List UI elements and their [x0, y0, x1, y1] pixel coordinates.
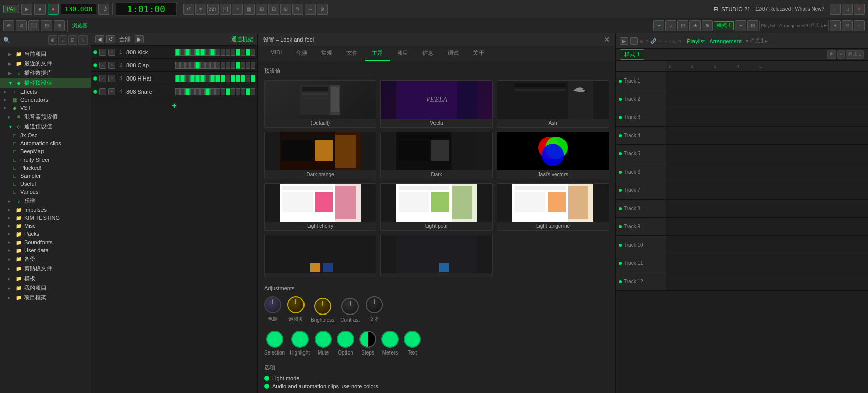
ch-undo-btn[interactable]: ↺ — [106, 35, 115, 43]
ch-pad-1-9[interactable] — [215, 49, 220, 56]
tool1[interactable]: ↺ — [183, 4, 194, 15]
color-circle-mute[interactable] — [315, 331, 332, 348]
ch-pad-2-5[interactable] — [195, 62, 200, 69]
pl-track-content-6[interactable] — [666, 163, 868, 181]
ch-name-2[interactable]: 808 Clap — [126, 62, 173, 68]
ch-plus-3[interactable]: + — [108, 75, 115, 82]
ch-pad-2-6[interactable] — [200, 62, 205, 69]
pl-track-content-5[interactable] — [666, 145, 868, 163]
rm-btn1[interactable]: ⊕ — [827, 50, 836, 59]
ch-pad-1-6[interactable] — [200, 49, 205, 56]
pl-track-name-9[interactable]: Track 9 — [616, 218, 666, 235]
sidebar-item-various[interactable]: □Various — [0, 188, 91, 196]
sidebar-item-impulses[interactable]: ▸📁Impulses — [0, 206, 91, 214]
ch-pad-3-16[interactable] — [251, 75, 255, 82]
sidebar-item-user-data[interactable]: ▸📁User data — [0, 246, 91, 254]
sidebar-item-templates[interactable]: ▸📁模板 — [0, 273, 91, 283]
ch-pad-2-3[interactable] — [185, 62, 190, 69]
tb2-r2[interactable]: ⊡ — [677, 20, 688, 31]
ch-pad-2-10[interactable] — [221, 62, 225, 69]
ch-pad-2-16[interactable] — [251, 62, 255, 69]
pl-track-content-1[interactable] — [666, 72, 868, 90]
tab-audio[interactable]: 音频 — [289, 46, 314, 61]
ch-pad-2-7[interactable] — [205, 62, 210, 69]
sidebar-item-generators[interactable]: ▸▦Generators — [0, 96, 91, 104]
ch-led-1[interactable] — [93, 50, 97, 54]
sidebar-item-mixer-presets[interactable]: ▸≡混音器预设值 — [0, 112, 91, 122]
tab-theme[interactable]: 主题 — [365, 46, 390, 61]
ch-name-4[interactable]: 808 Snare — [126, 89, 173, 95]
tab-info[interactable]: 信息 — [415, 46, 441, 61]
ch-pad-1-16[interactable] — [251, 49, 255, 56]
sidebar-item-misc[interactable]: ▸📁Misc — [0, 222, 91, 230]
tool4[interactable]: |+| — [220, 4, 231, 15]
tool6[interactable]: ▦ — [244, 4, 255, 15]
ch-pad-3-3[interactable] — [185, 75, 190, 82]
stop-btn[interactable]: ■ — [34, 4, 46, 15]
ch-pad-4-3[interactable] — [185, 88, 190, 95]
ch-pad-2-2[interactable] — [180, 62, 185, 69]
ch-pad-4-11[interactable] — [226, 88, 230, 95]
pl-track-content-12[interactable] — [666, 272, 868, 290]
tool11[interactable]: ↔ — [305, 4, 316, 15]
ch-name-3[interactable]: 808 HiHat — [126, 75, 173, 82]
ch-pad-3-2[interactable] — [180, 75, 185, 82]
knob-contrast-circle[interactable] — [341, 298, 359, 315]
pat-btn[interactable]: PAT — [3, 5, 19, 13]
pl-track-content-3[interactable] — [666, 108, 868, 126]
sb-icon4[interactable]: ☆ — [78, 35, 88, 45]
option-light-mode[interactable]: Light mode — [264, 375, 609, 381]
preset-light-tangerine[interactable]: Light tangerine — [497, 183, 609, 231]
pl-track-name-11[interactable]: Track 11 — [616, 254, 666, 272]
tb2-3[interactable]: ⬛ — [28, 20, 39, 31]
tb2-add[interactable]: + — [653, 20, 664, 31]
tb2-r3[interactable]: ★ — [689, 20, 701, 31]
sb-icon1[interactable]: ⊕ — [48, 35, 57, 45]
color-circle-steps[interactable] — [359, 331, 376, 348]
ch-pad-2-13[interactable] — [236, 62, 240, 69]
preset-light-pear[interactable]: Light pear — [380, 183, 493, 231]
ch-pad-4-16[interactable] — [251, 88, 255, 95]
preset-default[interactable]: (Default) — [264, 80, 376, 128]
color-circle-highlight[interactable] — [291, 331, 309, 348]
ch-pad-4-10[interactable] — [221, 88, 225, 95]
preset-dark-orange[interactable]: Dark orange — [264, 132, 376, 179]
pl-track-name-1[interactable]: Track 1 — [616, 72, 666, 90]
ch-pad-2-9[interactable] — [215, 62, 220, 69]
ch-minus-4[interactable]: - — [99, 88, 106, 95]
ch-pad-2-11[interactable] — [226, 62, 230, 69]
ch-pad-1-5[interactable] — [195, 49, 200, 56]
ch-pad-4-12[interactable] — [231, 88, 235, 95]
ch-pad-2-4[interactable] — [190, 62, 195, 69]
pl-track-content-4[interactable] — [666, 127, 868, 144]
play-btn[interactable]: ▶ — [21, 4, 32, 15]
ch-pad-3-1[interactable] — [175, 75, 180, 82]
tool8[interactable]: ⊟ — [268, 4, 279, 15]
sidebar-item-effects[interactable]: ▸↑Effects — [0, 88, 91, 96]
knob-text-circle[interactable] — [366, 296, 383, 313]
knob-saturation-circle[interactable] — [287, 296, 305, 313]
ch-pad-1-1[interactable] — [175, 49, 180, 56]
playlist-play-btn[interactable]: ▶ — [620, 37, 628, 45]
pl-track-name-12[interactable]: Track 12 — [616, 272, 666, 290]
record-btn[interactable]: ● — [48, 4, 59, 15]
maximize-btn[interactable]: □ — [842, 4, 853, 15]
ch-pad-2-8[interactable] — [210, 62, 215, 69]
ch-pad-2-12[interactable] — [231, 62, 235, 69]
ch-pad-1-14[interactable] — [241, 49, 245, 56]
ch-led-2[interactable] — [93, 63, 97, 67]
ch-pad-4-14[interactable] — [241, 88, 245, 95]
tab-project[interactable]: 项目 — [390, 46, 415, 61]
pl-track-name-5[interactable]: Track 5 — [616, 145, 666, 163]
tb2-5[interactable]: ⊞ — [54, 20, 65, 31]
pl-track-name-4[interactable]: Track 4 — [616, 127, 666, 144]
ch-pad-4-7[interactable] — [205, 88, 210, 95]
sidebar-item-auto-clips[interactable]: □Automation clips — [0, 139, 91, 147]
pl-track-content-10[interactable] — [666, 236, 868, 254]
sidebar-item-project-frames[interactable]: ▸📁项目框架 — [0, 293, 91, 302]
ch-led-4[interactable] — [93, 90, 97, 94]
tb2-r4[interactable]: ⊕ — [702, 20, 713, 31]
pl-track-name-2[interactable]: Track 2 — [616, 90, 666, 108]
ch-name-1[interactable]: 808 Kick — [126, 49, 173, 55]
tb2-right2[interactable]: ⊟ — [747, 20, 758, 31]
